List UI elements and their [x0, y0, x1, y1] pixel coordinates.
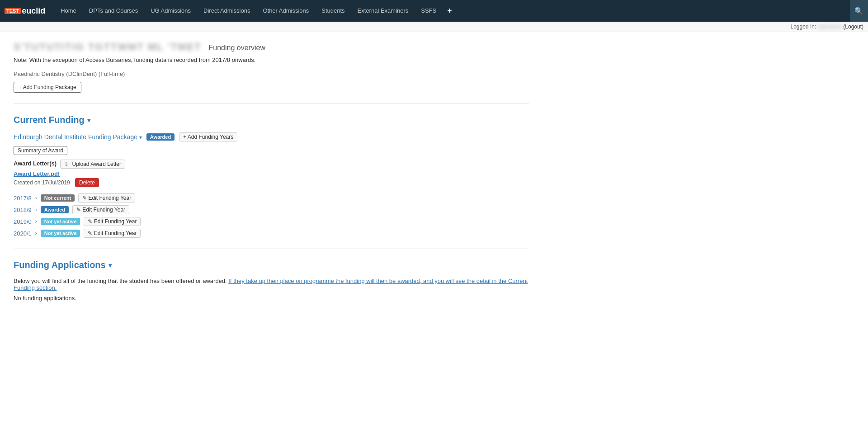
upload-award-letter-label: Upload Award Letter [72, 161, 121, 167]
nav-item-direct-admissions[interactable]: Direct Admissions [197, 0, 256, 22]
year-arrow-icon: › [35, 230, 37, 236]
year-link-2017-8[interactable]: 2017/8 [14, 195, 32, 202]
add-funding-years-button[interactable]: + Add Funding Years [179, 132, 237, 141]
logged-in-bar: Logged In: username (Logout) [0, 22, 868, 32]
edit-funding-year-button[interactable]: ✎ Edit Funding Year [84, 217, 141, 226]
nav-link-students[interactable]: Students [315, 0, 351, 22]
main-nav: Home DPTs and Courses UG Admissions Dire… [54, 0, 863, 22]
award-letter-file-link[interactable]: Award Letter.pdf [14, 170, 529, 177]
brand-logo[interactable]: TEST euclid [5, 6, 45, 16]
main-content: S'TUTUTITIG TGTTWMT ML 'TMET Funding ove… [0, 32, 542, 311]
nav-link-dpts[interactable]: DPTs and Courses [83, 0, 144, 22]
awarded-badge: Awarded [146, 133, 175, 141]
upload-icon: ⇧ [64, 161, 69, 167]
nav-item-plus[interactable]: + [443, 0, 457, 22]
nav-item-ug-admissions[interactable]: UG Admissions [144, 0, 197, 22]
funding-package-chevron-icon: ▾ [139, 134, 142, 141]
summary-of-award-container: Summary of Award [14, 146, 529, 155]
divider-1 [14, 104, 529, 104]
nav-item-dpts[interactable]: DPTs and Courses [83, 0, 144, 22]
funding-package-row: Edinburgh Dental Institute Funding Packa… [14, 132, 529, 141]
funding-applications-title-text: Funding Applications [14, 260, 106, 270]
search-button[interactable]: 🔍 [850, 0, 868, 22]
year-status-badge: Not current [41, 194, 75, 202]
award-letters-header: Award Letter(s) ⇧ Upload Award Letter [14, 160, 529, 169]
nav-link-ug-admissions[interactable]: UG Admissions [144, 0, 197, 22]
year-link-2019-0[interactable]: 2019/0 [14, 218, 32, 225]
add-funding-package-button[interactable]: + Add Funding Package [14, 82, 81, 93]
nav-item-students[interactable]: Students [315, 0, 351, 22]
year-row: 2020/1›Not yet active✎ Edit Funding Year [14, 229, 529, 238]
year-row: 2017/8›Not current✎ Edit Funding Year [14, 193, 529, 203]
current-funding-section: Current Funding ▾ Edinburgh Dental Insti… [14, 115, 529, 238]
nav-item-home[interactable]: Home [54, 0, 83, 22]
upload-award-letter-button[interactable]: ⇧ Upload Award Letter [60, 160, 125, 169]
page-subtitle: Funding overview [209, 44, 265, 52]
current-funding-chevron-icon: ▾ [87, 117, 90, 124]
nav-item-ssfs[interactable]: SSFS [415, 0, 443, 22]
year-arrow-icon: › [35, 218, 37, 225]
edit-funding-year-button[interactable]: ✎ Edit Funding Year [72, 205, 129, 214]
year-status-badge: Not yet active [41, 230, 80, 237]
year-link-2018-9[interactable]: 2018/9 [14, 207, 32, 213]
nav-link-ssfs[interactable]: SSFS [415, 0, 443, 22]
funding-applications-section: Funding Applications ▾ Below you will fi… [14, 260, 529, 301]
funding-apps-description: Below you will find all of the funding t… [14, 278, 529, 291]
navbar: TEST euclid Home DPTs and Courses UG Adm… [0, 0, 868, 22]
logged-in-label: Logged In: [791, 24, 816, 30]
brand-euclid-text: euclid [22, 6, 45, 16]
summary-of-award-button[interactable]: Summary of Award [14, 146, 67, 155]
nav-plus-icon[interactable]: + [443, 6, 457, 15]
year-status-badge: Not yet active [41, 218, 80, 225]
award-letter-created: Created on 17/Jul/2019 [14, 179, 70, 186]
year-row: 2019/0›Not yet active✎ Edit Funding Year [14, 217, 529, 226]
funding-package-name-text: Edinburgh Dental Institute Funding Packa… [14, 133, 137, 141]
page-header: S'TUTUTITIG TGTTWMT ML 'TMET Funding ove… [14, 41, 529, 53]
divider-2 [14, 249, 529, 249]
edit-funding-year-button[interactable]: ✎ Edit Funding Year [78, 193, 135, 203]
student-name: S'TUTUTITIG TGTTWMT ML 'TMET [14, 41, 202, 53]
logout-link[interactable]: (Logout) [843, 24, 863, 30]
nav-item-external-examiners[interactable]: External Examiners [351, 0, 415, 22]
funding-applications-chevron-icon: ▾ [108, 262, 112, 269]
brand-test-badge: TEST [5, 8, 21, 14]
funding-years-list: 2017/8›Not current✎ Edit Funding Year201… [14, 193, 529, 238]
programme-label: Paediatric Dentistry (DClinDent) (Full-t… [14, 71, 529, 77]
year-arrow-icon: › [35, 195, 37, 201]
award-letters-section: Award Letter(s) ⇧ Upload Award Letter Aw… [14, 160, 529, 187]
funding-apps-desc-start: Below you will find all of the funding t… [14, 278, 228, 284]
nav-link-other-admissions[interactable]: Other Admissions [256, 0, 315, 22]
funding-applications-title[interactable]: Funding Applications ▾ [14, 260, 529, 270]
year-row: 2018/9›Awarded✎ Edit Funding Year [14, 205, 529, 214]
delete-award-letter-button[interactable]: Delete [75, 178, 99, 187]
year-arrow-icon: › [35, 207, 37, 213]
logged-in-user: username [818, 24, 842, 30]
nav-item-other-admissions[interactable]: Other Admissions [256, 0, 315, 22]
current-funding-title-text: Current Funding [14, 115, 85, 125]
nav-link-external-examiners[interactable]: External Examiners [351, 0, 415, 22]
edit-funding-year-button[interactable]: ✎ Edit Funding Year [84, 229, 141, 238]
current-funding-title[interactable]: Current Funding ▾ [14, 115, 529, 125]
nav-link-home[interactable]: Home [54, 0, 83, 22]
award-letters-label: Award Letter(s) [14, 160, 57, 167]
funding-package-name[interactable]: Edinburgh Dental Institute Funding Packa… [14, 133, 142, 141]
no-funding-applications: No funding applications. [14, 295, 529, 301]
add-funding-package-container: + Add Funding Package [14, 82, 529, 93]
year-link-2020-1[interactable]: 2020/1 [14, 230, 32, 237]
year-status-badge: Awarded [41, 206, 69, 213]
search-icon: 🔍 [854, 7, 863, 15]
funding-note: Note: With the exception of Access Bursa… [14, 57, 529, 63]
nav-link-direct-admissions[interactable]: Direct Admissions [197, 0, 256, 22]
award-letter-meta: Created on 17/Jul/2019 Delete [14, 178, 529, 187]
